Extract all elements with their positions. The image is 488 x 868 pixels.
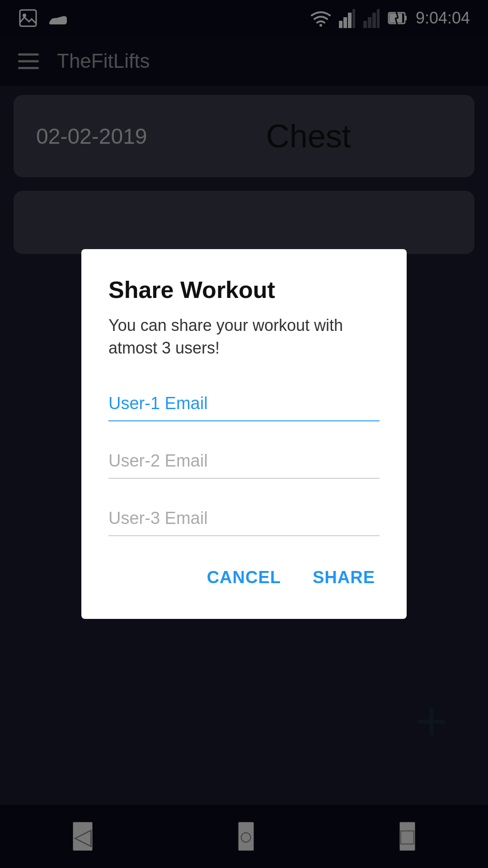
user1-email-input[interactable] [108,387,380,421]
dialog-title: Share Workout [108,276,380,303]
user2-email-input[interactable] [108,444,380,479]
modal-overlay: Share Workout You can share your workout… [0,0,488,868]
share-button[interactable]: SHARE [308,559,380,596]
user2-email-wrapper [108,444,380,479]
user3-email-input[interactable] [108,501,380,536]
user1-email-wrapper [108,387,380,421]
user3-email-wrapper [108,501,380,536]
dialog-actions: CANCEL SHARE [108,559,380,596]
share-workout-dialog: Share Workout You can share your workout… [81,249,407,619]
dialog-subtitle: You can share your workout with atmost 3… [108,314,380,360]
cancel-button[interactable]: CANCEL [202,559,286,596]
